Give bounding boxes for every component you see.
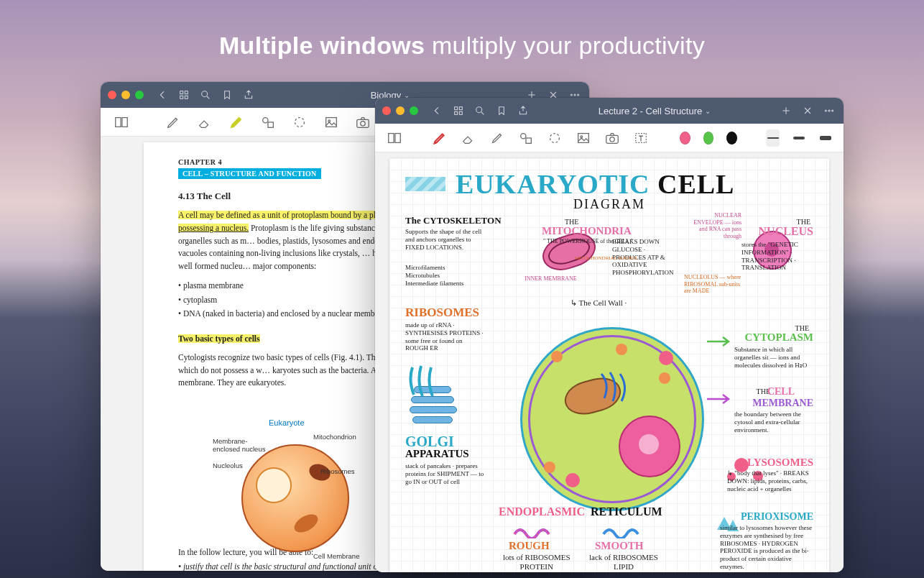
cytoskeleton-title: The CYTOSKELETON xyxy=(405,215,502,226)
highlighter-tool[interactable] xyxy=(227,113,246,132)
bookmark-icon[interactable] xyxy=(220,88,234,102)
ribosomes-title: RIBOSOMES xyxy=(405,306,479,320)
svg-rect-3 xyxy=(185,96,188,98)
pen-tool[interactable] xyxy=(164,113,183,132)
stroke-weight-thick[interactable] xyxy=(818,129,832,147)
chevron-down-icon: ⌄ xyxy=(705,107,711,115)
toolbar xyxy=(375,124,844,152)
more-icon[interactable] xyxy=(822,104,836,118)
svg-rect-25 xyxy=(455,111,458,114)
svg-point-11 xyxy=(574,94,576,96)
er-rough-desc: lots of RIBOSOMES PROTEIN SYNTHESIS xyxy=(503,553,570,572)
new-tab-icon[interactable] xyxy=(779,104,793,118)
bookmark-icon[interactable] xyxy=(494,104,509,118)
svg-point-38 xyxy=(520,133,525,138)
svg-point-21 xyxy=(361,121,365,125)
er-smooth: SMOOTH xyxy=(595,540,644,552)
color-swatch-black[interactable] xyxy=(726,132,736,144)
grid-icon[interactable] xyxy=(451,104,466,118)
svg-point-15 xyxy=(263,117,268,122)
svg-rect-18 xyxy=(326,117,337,127)
shapes-tool[interactable] xyxy=(259,113,277,132)
traffic-lights xyxy=(108,91,144,99)
lasso-tool[interactable] xyxy=(547,129,563,147)
shapes-tool[interactable] xyxy=(518,129,534,147)
chapter-banner: CELL – STRUCTURE AND FUNCTION xyxy=(178,168,321,179)
camera-tool[interactable] xyxy=(354,113,372,132)
eraser-tool[interactable] xyxy=(195,113,214,132)
camera-tool[interactable] xyxy=(604,129,620,147)
lysosomes-title: LYSOSOMES xyxy=(747,457,813,469)
svg-point-12 xyxy=(578,94,579,96)
back-icon[interactable] xyxy=(430,104,444,118)
highlighter-tool[interactable] xyxy=(489,129,505,147)
close-dot[interactable] xyxy=(108,91,116,99)
color-swatch-green[interactable] xyxy=(703,132,713,144)
callout-cell-membrane: Cell Membrane xyxy=(313,552,359,560)
svg-rect-20 xyxy=(357,119,369,127)
minimize-dot[interactable] xyxy=(121,91,130,99)
search-icon[interactable] xyxy=(473,104,487,118)
image-tool[interactable] xyxy=(322,113,341,132)
search-icon[interactable] xyxy=(198,88,213,102)
back-icon[interactable] xyxy=(155,88,170,102)
svg-point-17 xyxy=(295,117,305,127)
eukaryote-cell-graphic xyxy=(241,444,349,552)
svg-point-34 xyxy=(828,110,830,111)
minimize-dot[interactable] xyxy=(396,106,405,115)
subheading: Two basic types of cells xyxy=(178,334,260,343)
svg-point-33 xyxy=(825,110,826,111)
er-smooth-desc: lack of RIBOSOMES LIPID SYNTHESIS xyxy=(589,553,658,572)
text-tool[interactable] xyxy=(633,129,649,147)
grid-icon[interactable] xyxy=(177,88,191,102)
traffic-lights xyxy=(382,106,418,115)
svg-rect-23 xyxy=(455,107,458,110)
svg-point-44 xyxy=(609,137,614,141)
svg-rect-39 xyxy=(526,138,531,143)
svg-rect-0 xyxy=(180,91,183,94)
svg-rect-1 xyxy=(185,91,188,94)
peroxisome-desc: similar to lysosomes however these enzym… xyxy=(720,524,813,571)
share-icon[interactable] xyxy=(516,104,530,118)
callout-ribosomes: Ribosomes xyxy=(320,467,355,475)
svg-point-40 xyxy=(550,133,559,142)
svg-rect-14 xyxy=(122,117,127,127)
view-mode-icon[interactable] xyxy=(112,113,131,132)
marketing-headline: Multiple windows multiply your productiv… xyxy=(0,32,924,60)
close-tab-icon[interactable] xyxy=(800,104,815,118)
lasso-tool[interactable] xyxy=(290,113,309,132)
svg-line-5 xyxy=(207,96,209,98)
stroke-weight-med[interactable] xyxy=(793,129,806,147)
membrane-title2: MEMBRANE xyxy=(752,398,813,409)
pen-tool[interactable] xyxy=(432,129,448,147)
er-rough: ROUGH xyxy=(509,540,550,552)
zoom-dot[interactable] xyxy=(410,106,418,115)
color-swatch-pink[interactable] xyxy=(680,132,690,144)
nuclear-envelope: NUCLEAR ENVELOPE — ions and RNA can pass… xyxy=(691,212,741,239)
zoom-dot[interactable] xyxy=(135,91,144,99)
cell-wall-label: ↳ The Cell Wall · xyxy=(570,298,627,308)
membrane-title: CELL xyxy=(767,386,795,398)
share-icon[interactable] xyxy=(241,88,256,102)
svg-rect-2 xyxy=(180,96,183,98)
lysosomes-desc: ↳ "body that lyses" · BREAKS DOWN: lipid… xyxy=(727,469,813,492)
window-title[interactable]: Lecture 2 - Cell Structure⌄ xyxy=(599,106,711,116)
eraser-tool[interactable] xyxy=(461,129,476,147)
membrane-desc: the boundary between the cytosol and ext… xyxy=(734,410,813,434)
stroke-weight-thin[interactable] xyxy=(766,129,780,147)
svg-point-10 xyxy=(570,94,572,96)
svg-point-35 xyxy=(832,110,833,111)
notebook-viewport[interactable]: EUKARYOTIC CELL DIAGRAM The CYTOSKELETON… xyxy=(375,152,844,572)
svg-rect-41 xyxy=(578,133,588,142)
image-tool[interactable] xyxy=(576,129,591,147)
mito-title: MITOCHONDRIA xyxy=(542,225,632,237)
titlebar[interactable]: Lecture 2 - Cell Structure⌄ xyxy=(375,98,844,124)
er-title2: RETICULUM xyxy=(591,505,662,518)
tape-graphic xyxy=(405,177,445,191)
view-mode-icon[interactable] xyxy=(387,129,402,147)
svg-rect-16 xyxy=(268,122,273,127)
callout-mitochondrion: Mitochondrion xyxy=(313,433,356,441)
notebook-page: EUKARYOTIC CELL DIAGRAM The CYTOSKELETON… xyxy=(389,158,829,572)
main-cell-graphic xyxy=(520,327,704,511)
close-dot[interactable] xyxy=(382,106,391,115)
